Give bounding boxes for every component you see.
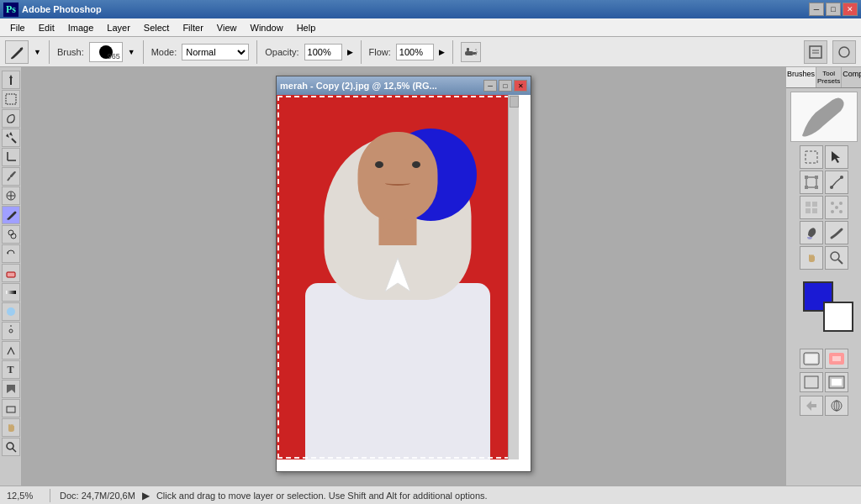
svg-point-52 — [839, 210, 843, 213]
document-button[interactable] — [804, 40, 827, 64]
type-tool[interactable]: T — [2, 360, 20, 379]
navigate-row — [800, 396, 848, 416]
airbrush-button[interactable] — [461, 42, 481, 62]
svg-marker-62 — [806, 401, 816, 411]
svg-marker-30 — [7, 385, 15, 393]
svg-rect-40 — [805, 186, 808, 189]
menu-select[interactable]: Select — [137, 21, 177, 34]
pen-tool[interactable] — [2, 341, 20, 360]
dodge-tool[interactable] — [2, 322, 20, 340]
texture-btn[interactable] — [825, 196, 848, 219]
history-brush-tool[interactable] — [2, 244, 20, 263]
hand-tool[interactable] — [2, 418, 20, 437]
selection-marquee-btn[interactable] — [800, 145, 823, 169]
flow-chevron-icon[interactable]: ▶ — [439, 48, 445, 56]
doc-minimize-button[interactable]: ─ — [483, 80, 497, 92]
smudge-btn[interactable] — [825, 221, 848, 244]
toolbar: ▼ Brush: 965 ▼ Mode: Normal Opacity: ▶ F… — [0, 37, 861, 67]
svg-marker-11 — [9, 75, 13, 85]
gradient-tool[interactable] — [2, 283, 20, 302]
photoshop-online-btn[interactable] — [825, 396, 848, 416]
pen-path-btn[interactable] — [825, 171, 848, 194]
move-tool[interactable] — [2, 71, 20, 89]
brush-tool[interactable] — [2, 206, 20, 224]
menu-window[interactable]: Window — [244, 21, 290, 34]
svg-point-6 — [475, 54, 477, 55]
minimize-button[interactable]: ─ — [809, 3, 824, 16]
screen-mode-full-btn[interactable] — [825, 372, 848, 392]
tab-brushes[interactable]: Brushes — [786, 67, 816, 87]
hand-pan-btn[interactable] — [800, 246, 823, 270]
svg-point-48 — [831, 202, 834, 205]
right-tools-area — [786, 88, 861, 420]
healing-tool[interactable] — [2, 186, 20, 205]
close-button[interactable]: ✕ — [843, 3, 858, 16]
document-window: merah - Copy (2).jpg @ 12,5% (RG... ─ □ … — [276, 76, 531, 472]
title-bar-controls: ─ □ ✕ — [809, 3, 858, 16]
mode-select[interactable]: Normal — [182, 44, 249, 60]
brush-preview-area — [790, 92, 858, 142]
quick-mask-off-btn[interactable] — [800, 349, 823, 369]
menu-file[interactable]: File — [3, 21, 32, 34]
svg-point-27 — [7, 307, 15, 316]
svg-point-4 — [475, 49, 477, 50]
image-canvas[interactable] — [277, 95, 519, 459]
document-content[interactable] — [277, 95, 531, 471]
maximize-button[interactable]: □ — [826, 3, 841, 16]
brush-chevron-icon[interactable]: ▼ — [128, 48, 135, 56]
brush-size-box[interactable]: 965 — [89, 42, 123, 62]
eraser-tool[interactable] — [2, 264, 20, 282]
status-separator — [50, 489, 50, 502]
crop-tool[interactable] — [2, 148, 20, 166]
menu-edit[interactable]: Edit — [32, 21, 61, 34]
vertical-scrollbar[interactable] — [508, 95, 519, 459]
tab-comps[interactable]: Comps — [842, 67, 861, 87]
screen-mode-standard-btn[interactable] — [800, 372, 823, 392]
svg-line-13 — [12, 139, 16, 143]
menu-view[interactable]: View — [210, 21, 244, 34]
brush-size-value: 965 — [108, 52, 120, 60]
path-selection-tool[interactable] — [2, 380, 20, 398]
marquee-tool[interactable] — [2, 90, 20, 108]
opacity-input[interactable] — [304, 44, 342, 60]
bucket-btn[interactable] — [800, 221, 823, 244]
menu-help[interactable]: Help — [290, 21, 323, 34]
document-titlebar: merah - Copy (2).jpg @ 12,5% (RG... ─ □ … — [277, 76, 531, 95]
opacity-chevron-icon[interactable]: ▶ — [347, 48, 353, 56]
direct-select-btn[interactable] — [825, 145, 848, 169]
status-arrow-button[interactable]: ▶ — [142, 490, 150, 501]
status-bar: 12,5% Doc: 24,7M/20,6M ▶ Click and drag … — [0, 486, 861, 504]
menu-image[interactable]: Image — [61, 21, 101, 34]
separator-2 — [143, 40, 144, 64]
menu-layer[interactable]: Layer — [100, 21, 137, 34]
svg-marker-14 — [6, 134, 9, 138]
lasso-tool[interactable] — [2, 109, 20, 128]
go-to-bridge-btn[interactable] — [800, 396, 823, 416]
zoom-tool[interactable] — [2, 438, 20, 456]
svg-rect-35 — [806, 151, 817, 163]
eyedropper-tool[interactable] — [2, 167, 20, 186]
magic-wand-tool[interactable] — [2, 129, 20, 147]
tools-row-1 — [800, 145, 848, 169]
quick-mask-on-btn[interactable] — [825, 349, 848, 369]
palette-button[interactable] — [832, 40, 856, 64]
zoom-magnify-btn[interactable] — [825, 246, 848, 270]
svg-rect-46 — [806, 208, 811, 213]
doc-maximize-button[interactable]: □ — [499, 80, 512, 92]
menu-filter[interactable]: Filter — [176, 21, 209, 34]
svg-rect-61 — [832, 379, 842, 386]
person-body — [305, 283, 490, 459]
clone-tool[interactable] — [2, 225, 20, 244]
blur-tool[interactable] — [2, 302, 20, 321]
shape-tool[interactable] — [2, 399, 20, 417]
svg-line-18 — [8, 177, 10, 181]
transform-btn[interactable] — [800, 171, 823, 194]
chevron-down-icon[interactable]: ▼ — [34, 48, 41, 56]
doc-close-button[interactable]: ✕ — [514, 80, 527, 92]
tab-tool-presets[interactable]: Tool Presets — [816, 67, 842, 87]
flow-input[interactable] — [396, 44, 434, 60]
svg-point-10 — [839, 47, 849, 57]
brush-tool-button[interactable] — [5, 40, 29, 64]
pattern-btn[interactable] — [800, 196, 823, 219]
background-color-swatch[interactable] — [823, 302, 853, 332]
